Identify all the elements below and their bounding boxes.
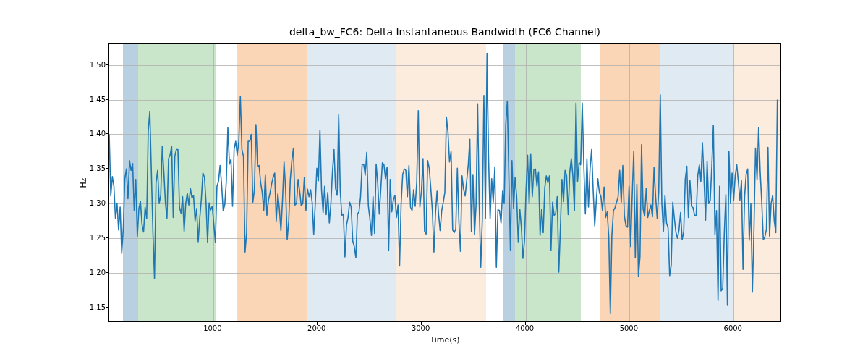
figure: delta_bw_FC6: Delta Instantaneous Bandwi… (0, 0, 868, 362)
plot-area (109, 43, 781, 322)
x-tick-label: 2000 (307, 324, 326, 332)
y-axis-label: Hz (77, 43, 90, 322)
y-tick-label: 1.45 (85, 95, 106, 103)
chart-title: delta_bw_FC6: Delta Instantaneous Bandwi… (109, 26, 781, 38)
y-tick-label: 1.30 (85, 199, 106, 207)
y-tick-label: 1.50 (85, 60, 106, 68)
y-tick-label: 1.15 (85, 303, 106, 311)
x-tick-label: 6000 (724, 324, 742, 332)
y-tick-label: 1.40 (85, 130, 106, 138)
y-tick-label: 1.20 (85, 268, 106, 276)
series-line (109, 53, 778, 313)
data-line (109, 44, 780, 321)
x-axis-label: Time(s) (109, 335, 781, 345)
x-tick-label: 3000 (412, 324, 430, 332)
x-tick-label: 1000 (203, 324, 221, 332)
y-tick-label: 1.25 (85, 234, 106, 242)
x-tick-label: 5000 (620, 324, 638, 332)
y-tick-label: 1.35 (85, 164, 106, 172)
x-tick-label: 4000 (516, 324, 534, 332)
